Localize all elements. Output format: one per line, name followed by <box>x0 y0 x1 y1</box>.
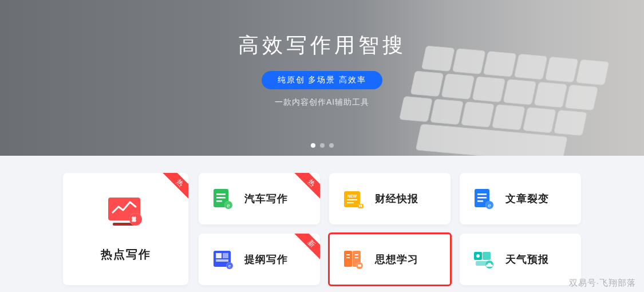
svg-text:NEW: NEW <box>347 194 357 198</box>
card-天气预报[interactable]: 天气预报 <box>460 234 581 285</box>
svg-rect-62 <box>483 252 491 260</box>
badge-hot: 热 <box>162 173 188 200</box>
svg-rect-37 <box>361 204 362 207</box>
book-icon <box>342 248 365 270</box>
svg-rect-16 <box>523 107 556 132</box>
svg-rect-24 <box>216 194 226 195</box>
svg-rect-46 <box>216 253 222 258</box>
chart-monitor-icon <box>107 196 145 232</box>
hero-pill-tagline: 纯原创 多场景 高效率 <box>262 71 383 89</box>
svg-rect-57 <box>355 257 358 258</box>
hero-title: 高效写作用智搜 <box>0 31 644 60</box>
doc-icon: e <box>211 188 234 210</box>
svg-rect-33 <box>347 202 354 203</box>
featured-card-title: 热点写作 <box>101 247 151 262</box>
card-title: 提纲写作 <box>244 252 288 266</box>
svg-rect-52 <box>344 251 352 267</box>
svg-rect-17 <box>554 110 587 135</box>
card-title: 汽车写作 <box>244 192 288 206</box>
card-财经快报[interactable]: NEW财经快报 <box>329 173 451 224</box>
card-title: 文章裂变 <box>505 192 549 206</box>
carousel-dot[interactable] <box>320 143 325 148</box>
svg-rect-54 <box>346 254 350 255</box>
doc-icon: e <box>472 188 495 210</box>
card-思想学习[interactable]: 思想学习 <box>329 234 451 285</box>
carousel-dot[interactable] <box>311 143 315 148</box>
svg-rect-32 <box>347 199 357 200</box>
svg-rect-48 <box>216 259 228 262</box>
news-icon: NEW <box>342 188 365 210</box>
weather-icon <box>472 248 495 270</box>
watermark-text: 双易号·飞翔部落 <box>569 278 636 289</box>
svg-rect-39 <box>477 194 487 195</box>
card-title: 财经快报 <box>375 192 418 206</box>
svg-rect-40 <box>477 197 487 199</box>
svg-rect-25 <box>216 197 226 199</box>
svg-rect-41 <box>477 200 483 202</box>
svg-rect-47 <box>223 253 228 258</box>
grid-icon: e <box>211 248 234 270</box>
card-title: 思想学习 <box>375 252 418 266</box>
hero-subtitle: 一款内容创作AI辅助工具 <box>0 97 644 108</box>
featured-card-hotspot-writing[interactable]: 热 热点写作 <box>63 173 188 285</box>
card-title: 天气预报 <box>505 252 549 266</box>
svg-text:e: e <box>488 203 491 208</box>
carousel-dot[interactable] <box>329 143 334 148</box>
hero-banner: 高效写作用智搜 纯原创 多场景 高效率 一款内容创作AI辅助工具 <box>0 0 644 156</box>
svg-text:e: e <box>227 203 230 208</box>
carousel-indicator[interactable] <box>311 143 334 148</box>
card-提纲写作[interactable]: 新e提纲写作 <box>199 234 320 285</box>
svg-rect-15 <box>492 105 526 130</box>
svg-rect-56 <box>355 254 358 255</box>
svg-rect-60 <box>358 265 361 267</box>
svg-rect-36 <box>359 205 360 207</box>
cards-area: 热 热点写作 热e汽车写作NEW财经快报e文章裂变新e提纲写作思想学习天气预报 <box>0 156 644 285</box>
svg-rect-55 <box>346 257 350 258</box>
svg-rect-26 <box>216 200 222 202</box>
svg-text:e: e <box>228 263 231 269</box>
card-文章裂变[interactable]: e文章裂变 <box>460 173 581 224</box>
badge-新: 新 <box>294 234 320 261</box>
card-grid: 热e汽车写作NEW财经快报e文章裂变新e提纲写作思想学习天气预报 <box>199 173 581 285</box>
badge-热: 热 <box>294 173 320 200</box>
svg-point-63 <box>476 254 480 258</box>
card-汽车写作[interactable]: 热e汽车写作 <box>199 173 320 224</box>
